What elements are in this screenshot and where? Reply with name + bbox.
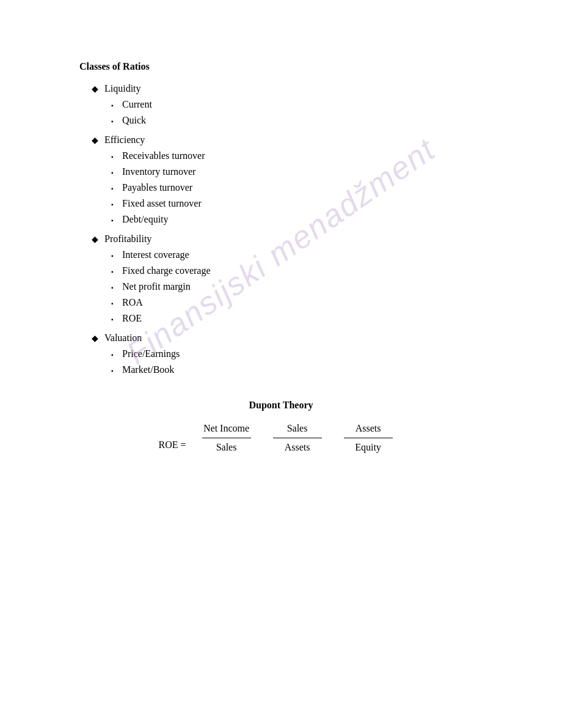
roe-label: ROE = bbox=[158, 439, 186, 453]
bullet-icon: ▪ bbox=[111, 169, 117, 176]
valuation-items: ▪ Price/Earnings ▪ Market/Book bbox=[111, 348, 483, 375]
bullet-icon: ▪ bbox=[111, 118, 117, 125]
item-label: Receivables turnover bbox=[122, 150, 205, 161]
diamond-icon-liquidity: ◆ bbox=[92, 84, 98, 94]
category-liquidity: ◆ Liquidity ▪ Current ▪ Quick bbox=[79, 83, 483, 126]
bullet-icon: ▪ bbox=[111, 367, 117, 374]
bullet-icon: ▪ bbox=[111, 351, 117, 358]
categories-list: ◆ Liquidity ▪ Current ▪ Quick ◆ Efficien… bbox=[79, 83, 483, 375]
bullet-icon: ▪ bbox=[111, 284, 117, 291]
dupont-equation: ROE = Net Income Sales Sales Assets Asse… bbox=[79, 423, 483, 453]
item-label: Interest coverage bbox=[122, 249, 189, 260]
list-item: ▪ Price/Earnings bbox=[111, 348, 483, 359]
page-content: Finansijski menadžment Classes of Ratios… bbox=[0, 0, 562, 502]
fraction-denominator: Equity bbox=[355, 439, 381, 453]
item-label: Quick bbox=[122, 115, 146, 126]
efficiency-items: ▪ Receivables turnover ▪ Inventory turno… bbox=[111, 150, 483, 225]
list-item: ▪ Interest coverage bbox=[111, 249, 483, 260]
fraction-net-income-sales: Net Income Sales bbox=[202, 423, 251, 453]
fraction-denominator: Sales bbox=[216, 439, 237, 453]
valuation-header-row: ◆ Valuation bbox=[92, 333, 483, 344]
item-label: Price/Earnings bbox=[122, 348, 180, 359]
list-item: ▪ Market/Book bbox=[111, 364, 483, 375]
bullet-icon: ▪ bbox=[111, 102, 117, 109]
list-item: ▪ ROA bbox=[111, 297, 483, 308]
list-item: ▪ Receivables turnover bbox=[111, 150, 483, 161]
dupont-title: Dupont Theory bbox=[79, 400, 483, 411]
fraction-line bbox=[273, 438, 322, 438]
fraction-numerator: Sales bbox=[287, 423, 308, 436]
liquidity-header-row: ◆ Liquidity bbox=[92, 83, 483, 94]
list-item: ▪ Debt/equity bbox=[111, 214, 483, 225]
valuation-label: Valuation bbox=[104, 333, 142, 344]
diamond-icon-efficiency: ◆ bbox=[92, 135, 98, 145]
item-label: Debt/equity bbox=[122, 214, 169, 225]
list-item: ▪ Quick bbox=[111, 115, 483, 126]
bullet-icon: ▪ bbox=[111, 300, 117, 307]
liquidity-label: Liquidity bbox=[104, 83, 141, 94]
efficiency-label: Efficiency bbox=[104, 134, 145, 145]
item-label: Current bbox=[122, 99, 152, 110]
category-valuation: ◆ Valuation ▪ Price/Earnings ▪ Market/Bo… bbox=[79, 333, 483, 375]
profitability-header-row: ◆ Profitability bbox=[92, 233, 483, 245]
item-label: ROE bbox=[122, 313, 142, 324]
item-label: Net profit margin bbox=[122, 281, 191, 292]
item-label: Payables turnover bbox=[122, 182, 192, 193]
bullet-icon: ▪ bbox=[111, 201, 117, 208]
profitability-items: ▪ Interest coverage ▪ Fixed charge cover… bbox=[111, 249, 483, 324]
bullet-icon: ▪ bbox=[111, 153, 117, 160]
fraction-numerator: Net Income bbox=[203, 423, 249, 436]
diamond-icon-valuation: ◆ bbox=[92, 333, 98, 344]
list-item: ▪ ROE bbox=[111, 313, 483, 324]
list-item: ▪ Current bbox=[111, 99, 483, 110]
section-title: Classes of Ratios bbox=[79, 61, 483, 72]
bullet-icon: ▪ bbox=[111, 316, 117, 323]
efficiency-header-row: ◆ Efficiency bbox=[92, 134, 483, 145]
liquidity-items: ▪ Current ▪ Quick bbox=[111, 99, 483, 126]
item-label: ROA bbox=[122, 297, 143, 308]
fraction-numerator: Assets bbox=[356, 423, 381, 436]
fraction-line bbox=[202, 438, 251, 438]
fraction-line bbox=[344, 438, 393, 438]
list-item: ▪ Inventory turnover bbox=[111, 166, 483, 177]
bullet-icon: ▪ bbox=[111, 268, 117, 275]
item-label: Fixed charge coverage bbox=[122, 265, 211, 276]
fraction-assets-equity: Assets Equity bbox=[344, 423, 393, 453]
item-label: Fixed asset turnover bbox=[122, 198, 202, 209]
dupont-section: Dupont Theory ROE = Net Income Sales Sal… bbox=[79, 400, 483, 453]
diamond-icon-profitability: ◆ bbox=[92, 234, 98, 245]
item-label: Inventory turnover bbox=[122, 166, 195, 177]
fraction-sales-assets: Sales Assets bbox=[273, 423, 322, 453]
item-label: Market/Book bbox=[122, 364, 174, 375]
fraction-denominator: Assets bbox=[285, 439, 310, 453]
list-item: ▪ Payables turnover bbox=[111, 182, 483, 193]
bullet-icon: ▪ bbox=[111, 217, 117, 224]
list-item: ▪ Fixed asset turnover bbox=[111, 198, 483, 209]
category-efficiency: ◆ Efficiency ▪ Receivables turnover ▪ In… bbox=[79, 134, 483, 225]
profitability-label: Profitability bbox=[104, 233, 151, 245]
list-item: ▪ Fixed charge coverage bbox=[111, 265, 483, 276]
bullet-icon: ▪ bbox=[111, 185, 117, 192]
bullet-icon: ▪ bbox=[111, 252, 117, 259]
list-item: ▪ Net profit margin bbox=[111, 281, 483, 292]
category-profitability: ◆ Profitability ▪ Interest coverage ▪ Fi… bbox=[79, 233, 483, 324]
